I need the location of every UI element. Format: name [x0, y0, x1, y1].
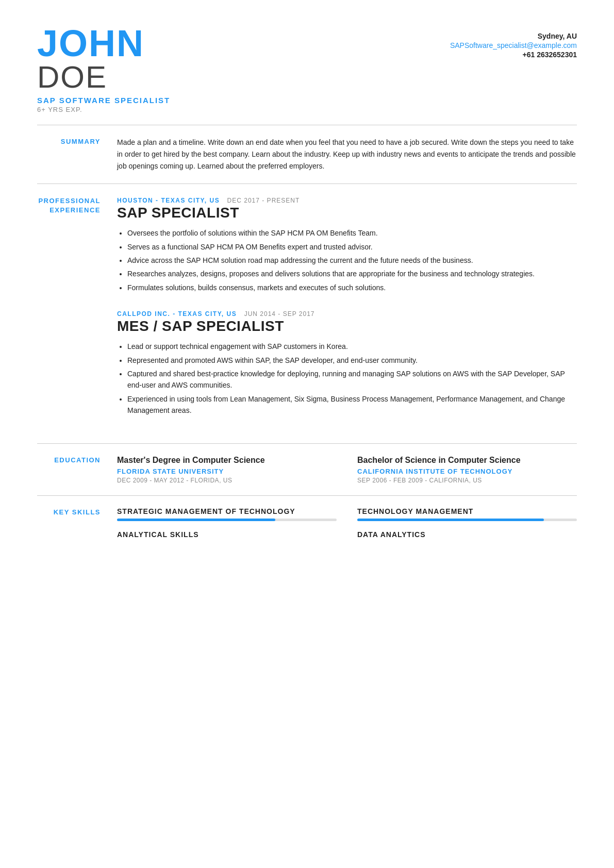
job-title: SAP SOFTWARE SPECIALIST: [37, 96, 170, 105]
edu-school-1: FLORIDA STATE UNIVERSITY: [117, 468, 337, 475]
summary-text: Made a plan and a timeline. Write down a…: [117, 137, 577, 172]
exp-bullet-1-4: Researches analyzes, designs, proposes a…: [127, 268, 577, 279]
exp-company-date-2: CALLPOD INC. - TEXAS CITY, US JUN 2014 -…: [117, 309, 577, 318]
exp-role-1: SAP SPECIALIST: [117, 205, 577, 221]
education-row: Master's Degree in Computer Science FLOR…: [117, 455, 577, 485]
header-right: Sydney, AU SAPSoftware_specialist@exampl…: [450, 25, 577, 59]
skill-entry-3: ANALYTICAL SKILLS: [117, 530, 337, 542]
exp-company-1: HOUSTON - TEXAS CITY, US: [117, 197, 220, 204]
exp-date-2: JUN 2014 - SEP 2017: [244, 310, 315, 318]
education-content: Master's Degree in Computer Science FLOR…: [117, 455, 577, 485]
experience-content: HOUSTON - TEXAS CITY, US DEC 2017 - PRES…: [117, 195, 577, 431]
skill-name-1: STRATEGIC MANAGEMENT OF TECHNOLOGY: [117, 507, 337, 515]
exp-bullet-2-4: Experienced in using tools from Lean Man…: [127, 393, 577, 416]
exp-bullet-2-2: Represented and promoted AWS within SAP,…: [127, 355, 577, 366]
location: Sydney, AU: [450, 32, 577, 40]
edu-entry-1: Master's Degree in Computer Science FLOR…: [117, 455, 337, 485]
skill-entry-1: STRATEGIC MANAGEMENT OF TECHNOLOGY: [117, 507, 337, 521]
exp-company-2: CALLPOD INC. - TEXAS CITY, US: [117, 310, 237, 318]
experience-label: 6+ YRS EXP.: [37, 106, 170, 113]
exp-bullet-2-3: Captured and shared best-practice knowle…: [127, 368, 577, 391]
summary-divider: [37, 183, 577, 184]
phone: +61 2632652301: [450, 51, 577, 59]
edu-date-1: DEC 2009 - MAY 2012 - FLORIDA, US: [117, 477, 337, 484]
skills-content: STRATEGIC MANAGEMENT OF TECHNOLOGY TECHN…: [117, 507, 577, 551]
exp-entry-2: CALLPOD INC. - TEXAS CITY, US JUN 2014 -…: [117, 309, 577, 416]
skill-entry-4: DATA ANALYTICS: [357, 530, 577, 542]
summary-content: Made a plan and a timeline. Write down a…: [117, 137, 577, 172]
summary-section: SUMMARY Made a plan and a timeline. Writ…: [37, 137, 577, 172]
resume-page: JOHN DOE SAP SOFTWARE SPECIALIST 6+ YRS …: [0, 0, 614, 868]
edu-degree-2: Bachelor of Science in Computer Science: [357, 455, 577, 466]
header-divider: [37, 125, 577, 125]
exp-bullet-1-5: Formulates solutions, builds consensus, …: [127, 282, 577, 293]
exp-bullets-2: Lead or support technical engagement wit…: [117, 341, 577, 416]
exp-date-1: DEC 2017 - PRESENT: [227, 197, 300, 204]
exp-bullet-1-2: Serves as a functional SAP HCM PA OM Ben…: [127, 241, 577, 253]
skill-entry-2: TECHNOLOGY MANAGEMENT: [357, 507, 577, 521]
skill-name-2: TECHNOLOGY MANAGEMENT: [357, 507, 577, 515]
edu-degree-1: Master's Degree in Computer Science: [117, 455, 337, 466]
header-left: JOHN DOE SAP SOFTWARE SPECIALIST 6+ YRS …: [37, 25, 170, 113]
email: SAPSoftware_specialist@example.com: [450, 41, 577, 49]
education-divider: [37, 495, 577, 496]
exp-bullet-1-1: Oversees the portfolio of solutions with…: [127, 227, 577, 239]
skill-bar-fill-1: [117, 519, 275, 521]
edu-school-2: CALIFORNIA INSTITUTE OF TECHNOLOGY: [357, 468, 577, 475]
header: JOHN DOE SAP SOFTWARE SPECIALIST 6+ YRS …: [37, 25, 577, 113]
first-name: JOHN: [37, 25, 170, 62]
skills-row-2: ANALYTICAL SKILLS DATA ANALYTICS: [117, 530, 577, 542]
experience-divider: [37, 443, 577, 444]
last-name: DOE: [37, 62, 170, 93]
skill-bar-bg-1: [117, 519, 337, 521]
skills-row-1: STRATEGIC MANAGEMENT OF TECHNOLOGY TECHN…: [117, 507, 577, 521]
exp-role-2: MES / SAP SPECIALIST: [117, 318, 577, 335]
skill-bar-bg-2: [357, 519, 577, 521]
edu-entry-2: Bachelor of Science in Computer Science …: [357, 455, 577, 485]
education-label: EDUCATION: [37, 455, 117, 485]
summary-label: SUMMARY: [37, 137, 117, 172]
skill-name-4: DATA ANALYTICS: [357, 530, 577, 539]
skills-label: KEY SKILLS: [37, 507, 117, 551]
experience-section: PROFESSIONAL EXPERIENCE HOUSTON - TEXAS …: [37, 195, 577, 431]
experience-label: PROFESSIONAL EXPERIENCE: [37, 195, 117, 431]
education-section: EDUCATION Master's Degree in Computer Sc…: [37, 455, 577, 485]
exp-entry-1: HOUSTON - TEXAS CITY, US DEC 2017 - PRES…: [117, 195, 577, 293]
exp-bullets-1: Oversees the portfolio of solutions with…: [117, 227, 577, 293]
exp-bullet-2-1: Lead or support technical engagement wit…: [127, 341, 577, 352]
skill-bar-fill-2: [357, 519, 544, 521]
exp-bullet-1-3: Advice across the SAP HCM solution road …: [127, 255, 577, 266]
edu-date-2: SEP 2006 - FEB 2009 - CALIFORNIA, US: [357, 477, 577, 484]
skill-name-3: ANALYTICAL SKILLS: [117, 530, 337, 539]
exp-company-date-1: HOUSTON - TEXAS CITY, US DEC 2017 - PRES…: [117, 195, 577, 205]
skills-section: KEY SKILLS STRATEGIC MANAGEMENT OF TECHN…: [37, 507, 577, 551]
